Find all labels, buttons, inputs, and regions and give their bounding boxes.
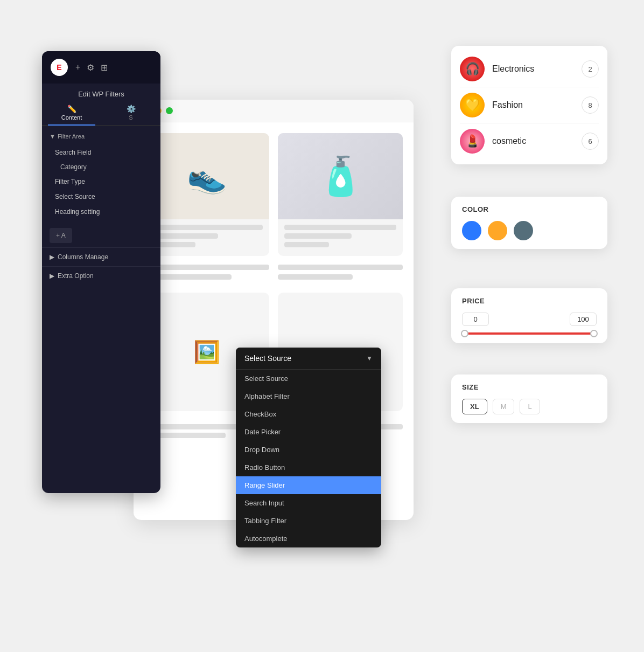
size-options: XL M L [462, 399, 597, 414]
filter-area-section: ▼ Filter Area Search Field Category Filt… [42, 126, 160, 224]
select-source-row[interactable]: Select Source [50, 189, 153, 204]
line-3 [284, 242, 329, 247]
dropdown-item-radio[interactable]: Radio Button [236, 459, 381, 476]
color-swatch-blue[interactable] [462, 221, 481, 240]
tab-style[interactable]: ⚙️ S [101, 100, 160, 125]
filter-type-row[interactable]: Filter Type [50, 174, 153, 189]
price-max-input[interactable]: 100 [570, 313, 597, 326]
extra-option-row[interactable]: ▶ Extra Option [42, 266, 160, 285]
bottom-right-placeholder [278, 265, 403, 284]
dropdown-chevron-icon: ▼ [366, 355, 373, 362]
shoes-product-lines [144, 219, 269, 256]
add-filter-button[interactable]: + A [50, 228, 72, 243]
category-fashion[interactable]: 💛 Fashion 8 [460, 87, 599, 123]
price-section-label: PRICE [462, 297, 597, 305]
cosmetic-count: 6 [582, 133, 599, 150]
electronics-thumb: 🎧 [460, 57, 485, 81]
dropdown-item-search-input[interactable]: Search Input [236, 494, 381, 512]
cosmetic-name: cosmetic [492, 136, 574, 146]
product-card-shoes: 👟 [144, 133, 269, 256]
dropdown-item-range-slider[interactable]: Range Slider [236, 476, 381, 494]
bottle-image: 🧴 [278, 133, 403, 219]
product-card-bottle: 🧴 [278, 133, 403, 256]
price-slider-fill [462, 332, 597, 335]
price-range-row: 0 100 [462, 313, 597, 326]
dropdown-item-tabbing[interactable]: Tabbing Filter [236, 512, 381, 530]
dropdown-item-checkbox[interactable]: CheckBox [236, 405, 381, 423]
heading-setting-row[interactable]: Heading setting [50, 204, 153, 219]
size-filter-panel: SIZE XL M L [451, 374, 607, 423]
price-filter-panel: PRICE 0 100 [451, 288, 607, 343]
fashion-thumb: 💛 [460, 93, 485, 117]
search-field-label: Search Field [50, 145, 153, 160]
maximize-window-button[interactable] [166, 107, 173, 114]
columns-manage-row[interactable]: ▶ Columns Manage [42, 247, 160, 266]
size-section-label: SIZE [462, 383, 597, 391]
dropdown-item-datepicker[interactable]: Date Picker [236, 423, 381, 441]
plus-icon[interactable]: + [75, 63, 80, 73]
dropdown-item-select-source[interactable]: Select Source [236, 370, 381, 387]
chevron-right-icon-2: ▶ [50, 272, 54, 280]
price-min-input[interactable]: 0 [462, 313, 489, 326]
dropdown-item-alphabet[interactable]: Alphabet Filter [236, 387, 381, 405]
bottle-product-lines [278, 219, 403, 256]
fashion-name: Fashion [492, 100, 574, 110]
categories-panel: 🎧 Electronics 2 💛 Fashion 8 💄 cosmetic 6 [451, 46, 607, 164]
bottom-left-placeholder [144, 265, 269, 284]
price-slider-track[interactable] [462, 332, 597, 335]
sidebar-toolbar-icons: + ⚙ ⊞ [75, 63, 108, 73]
line-1 [151, 225, 263, 230]
dropdown-header-text: Select Source [244, 354, 291, 363]
arrow-down-icon: ▼ [50, 133, 55, 140]
placeholder-icon: 🖼️ [193, 339, 220, 365]
category-cosmetic[interactable]: 💄 cosmetic 6 [460, 123, 599, 159]
dropdown-item-autocomplete[interactable]: Autocomplete [236, 530, 381, 547]
select-source-dropdown: Select Source ▼ Select Source Alphabet F… [236, 348, 381, 547]
chevron-right-icon: ▶ [50, 253, 54, 261]
line-2 [284, 233, 352, 239]
panel-title: Edit WP Filters [42, 84, 160, 100]
sidebar-topbar: E + ⚙ ⊞ [42, 51, 160, 84]
fashion-count: 8 [582, 96, 599, 114]
color-swatch-orange[interactable] [488, 221, 507, 240]
line-2 [151, 233, 218, 239]
line-1 [284, 225, 396, 230]
elementor-sidebar: E + ⚙ ⊞ Edit WP Filters ✏️ Content ⚙️ S … [42, 51, 160, 493]
filters-icon[interactable]: ⚙ [87, 63, 94, 73]
layers-icon[interactable]: ⊞ [101, 63, 108, 73]
dropdown-item-dropdown[interactable]: Drop Down [236, 441, 381, 459]
color-section-label: COLOR [462, 205, 597, 213]
price-slider-thumb-left[interactable] [461, 330, 468, 337]
color-swatch-gray[interactable] [514, 221, 533, 240]
dropdown-header[interactable]: Select Source ▼ [236, 348, 381, 370]
size-xl-button[interactable]: XL [462, 399, 487, 414]
size-l-button[interactable]: L [520, 399, 540, 414]
color-filter-panel: COLOR [451, 197, 607, 249]
color-swatches [462, 221, 597, 240]
price-slider-thumb-right[interactable] [590, 330, 598, 337]
cosmetic-thumb: 💄 [460, 129, 485, 154]
panel-tabs: ✏️ Content ⚙️ S [42, 100, 160, 126]
tab-content[interactable]: ✏️ Content [42, 100, 101, 125]
window-titlebar [134, 100, 414, 122]
elementor-logo: E [51, 59, 68, 76]
style-tab-icon: ⚙️ [103, 105, 158, 113]
category-electronics[interactable]: 🎧 Electronics 2 [460, 51, 599, 87]
electronics-name: Electronics [492, 64, 574, 74]
size-m-button[interactable]: M [493, 399, 515, 414]
category-row[interactable]: Category [50, 160, 153, 174]
electronics-count: 2 [582, 60, 599, 78]
filter-area-label: ▼ Filter Area [50, 133, 153, 140]
content-tab-icon: ✏️ [44, 105, 99, 113]
shoes-image: 👟 [144, 133, 269, 219]
